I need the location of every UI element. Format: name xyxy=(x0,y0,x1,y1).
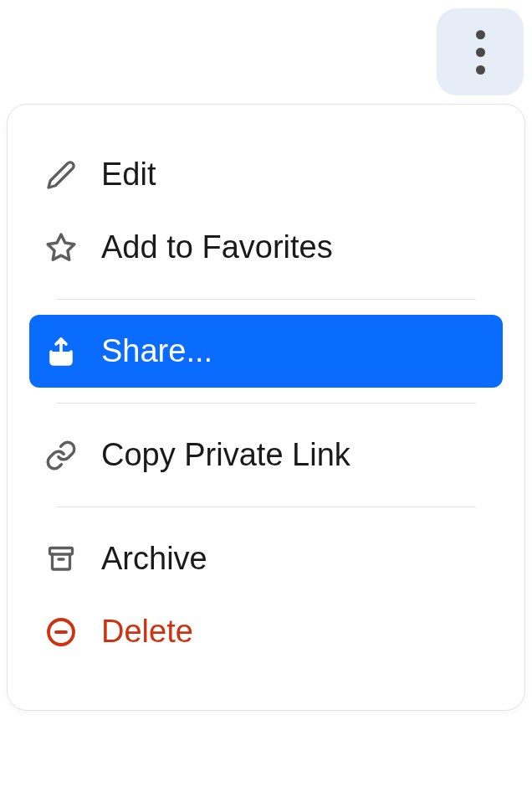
menu-divider xyxy=(56,507,476,507)
more-options-button[interactable] xyxy=(437,8,524,95)
link-icon xyxy=(44,439,78,472)
menu-item-copy-link[interactable]: Copy Private Link xyxy=(8,419,524,491)
menu-item-share[interactable]: Share... xyxy=(29,315,503,388)
star-icon xyxy=(44,231,78,265)
svg-marker-0 xyxy=(48,234,74,260)
menu-item-label: Share... xyxy=(101,333,212,369)
menu-item-label: Delete xyxy=(101,614,193,650)
dropdown-menu: Edit Add to Favorites Share... Co xyxy=(7,104,525,711)
menu-item-favorites[interactable]: Add to Favorites xyxy=(8,211,524,284)
menu-item-delete[interactable]: Delete xyxy=(8,595,524,668)
share-icon xyxy=(44,335,78,368)
menu-divider xyxy=(56,403,476,404)
menu-item-edit[interactable]: Edit xyxy=(8,138,524,211)
menu-item-label: Edit xyxy=(101,157,156,193)
menu-divider xyxy=(56,299,476,300)
menu-item-label: Archive xyxy=(101,541,207,577)
menu-item-label: Copy Private Link xyxy=(101,437,350,473)
menu-item-label: Add to Favorites xyxy=(101,229,333,265)
menu-item-archive[interactable]: Archive xyxy=(8,522,524,595)
minus-circle-icon xyxy=(44,615,78,649)
archive-icon xyxy=(44,543,78,576)
pencil-icon xyxy=(44,158,78,192)
ellipsis-vertical-icon xyxy=(476,30,485,75)
